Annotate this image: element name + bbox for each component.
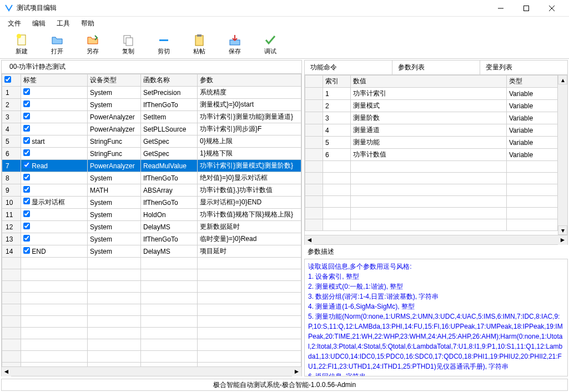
cell-check[interactable]: Read	[21, 160, 88, 172]
cell-check[interactable]	[21, 209, 88, 221]
table-row[interactable]	[2, 269, 301, 281]
cell-check[interactable]	[21, 87, 88, 99]
table-row[interactable]	[2, 281, 301, 293]
cell-check[interactable]: END	[21, 245, 88, 258]
tool-cut[interactable]: 剪切	[147, 31, 181, 58]
cell-check[interactable]	[21, 233, 88, 245]
left-grid-wrap[interactable]: 标签 设备类型 函数名称 参数 1SystemSetPrecision系统精度2…	[2, 74, 301, 366]
minimize-button[interactable]	[488, 0, 513, 17]
table-row[interactable]: 1SystemSetPrecision系统精度	[2, 87, 301, 99]
cell-check[interactable]	[21, 363, 88, 367]
tool-saveas[interactable]: 另存	[75, 31, 110, 58]
table-row[interactable]	[2, 339, 301, 351]
tab-param-list[interactable]: 参数列表	[392, 61, 480, 74]
table-row[interactable]: 14 ENDSystemDelayMS项目延时	[2, 245, 301, 258]
table-row[interactable]: 13SystemIfThenGoTo临时变量}=}0}Read	[2, 233, 301, 245]
table-row[interactable]: 1功率计索引Variable	[305, 88, 558, 100]
table-row[interactable]: 5 startStringFuncGetSpec0}规格上限	[2, 135, 301, 148]
rcol-blank[interactable]	[305, 76, 323, 88]
row-checkbox[interactable]	[23, 137, 30, 144]
row-checkbox[interactable]	[23, 247, 30, 254]
table-row[interactable]	[305, 161, 558, 173]
row-checkbox[interactable]	[23, 113, 30, 119]
table-row[interactable]	[2, 304, 301, 316]
tool-save[interactable]: 保存	[218, 31, 252, 58]
cell-check[interactable]	[21, 304, 88, 316]
tab-var-list[interactable]: 变量列表	[480, 61, 567, 74]
cell-check[interactable]	[21, 316, 88, 328]
close-button[interactable]	[539, 0, 565, 17]
scroll-up-icon[interactable]: ▴	[558, 75, 567, 84]
table-row[interactable]	[305, 208, 558, 219]
cell-check[interactable]	[21, 172, 88, 184]
row-checkbox[interactable]	[23, 210, 30, 217]
right-grid-wrap[interactable]: 索引 数值 类型 1功率计索引Variable2测量模式Variable3测量阶…	[304, 74, 568, 235]
table-row[interactable]: 10 显示对话框SystemIfThenGoTo显示对话框}=}0}END	[2, 197, 301, 209]
scroll-right-icon[interactable]: ►	[292, 367, 301, 376]
table-row[interactable]: 3测量阶数Variable	[305, 112, 558, 124]
col-param[interactable]: 参数	[198, 74, 301, 87]
row-checkbox[interactable]	[23, 125, 30, 132]
row-checkbox[interactable]	[23, 88, 30, 95]
rcol-type[interactable]: 类型	[507, 76, 558, 88]
maximize-button[interactable]	[513, 0, 539, 17]
cell-check[interactable]: 显示对话框	[21, 197, 88, 209]
scroll-left-icon[interactable]: ◄	[305, 235, 314, 245]
row-checkbox[interactable]	[23, 149, 30, 156]
cell-check[interactable]	[21, 281, 88, 293]
table-row[interactable]: 6StringFuncGetSpec1}规格下限	[2, 148, 301, 160]
left-tab[interactable]: 00-功率计静态测试	[5, 61, 70, 73]
table-row[interactable]: 8SystemIfThenGoTo绝对值}=}0}显示对话框	[2, 172, 301, 184]
tool-debug[interactable]: 调试	[253, 31, 288, 58]
cell-check[interactable]	[21, 269, 88, 281]
right-vscroll[interactable]: ▴ ▾	[558, 75, 567, 235]
table-row[interactable]	[2, 293, 301, 304]
tab-func-cmd[interactable]: 功能命令	[305, 61, 392, 74]
rcol-index[interactable]: 索引	[323, 76, 351, 88]
table-row[interactable]: 6功率计数值Variable	[305, 149, 558, 161]
cell-check[interactable]	[21, 184, 88, 197]
cell-check[interactable]	[21, 293, 88, 304]
cell-check[interactable]	[21, 339, 88, 351]
col-label[interactable]: 标签	[21, 74, 88, 87]
scroll-down-icon[interactable]: ▾	[558, 225, 567, 235]
param-desc-text[interactable]: 读取返回信息,多个参数用逗号风格: 1. 设备索引, 整型 2. 测量模式(0:…	[304, 259, 568, 376]
cell-check[interactable]	[21, 111, 88, 123]
table-row[interactable]	[2, 351, 301, 363]
row-checkbox[interactable]	[23, 100, 30, 107]
row-checkbox[interactable]	[23, 198, 30, 204]
cell-check[interactable]	[21, 328, 88, 339]
row-checkbox[interactable]	[23, 223, 30, 229]
cell-check[interactable]	[21, 258, 88, 269]
col-check[interactable]	[2, 74, 21, 87]
table-row[interactable]	[2, 363, 301, 367]
table-row[interactable]: 12SystemDelayMS更新数据延时	[2, 221, 301, 233]
table-row[interactable]: 5测量功能Variable	[305, 137, 558, 149]
table-row[interactable]	[2, 316, 301, 328]
menu-tools[interactable]: 工具	[51, 18, 75, 29]
table-row[interactable]: 2SystemIfThenGoTo测量模式}=}0}start	[2, 99, 301, 111]
cell-check[interactable]	[21, 351, 88, 363]
menu-edit[interactable]: 编辑	[27, 18, 51, 29]
col-func[interactable]: 函数名称	[141, 74, 198, 87]
table-row[interactable]	[305, 184, 558, 196]
check-all[interactable]	[4, 76, 11, 83]
table-row[interactable]: 2测量模式Variable	[305, 100, 558, 112]
table-row[interactable]	[305, 196, 558, 208]
tool-new[interactable]: 新建	[4, 31, 39, 58]
right-hscroll[interactable]: ◄ ►	[304, 235, 568, 245]
row-checkbox[interactable]	[23, 162, 30, 168]
row-checkbox[interactable]	[23, 235, 30, 242]
tool-open[interactable]: 打开	[40, 31, 74, 58]
table-row[interactable]	[2, 258, 301, 269]
cell-check[interactable]	[21, 123, 88, 135]
table-row[interactable]: 9MATHABSArray功率计数值},}功率计数值	[2, 184, 301, 197]
menu-file[interactable]: 文件	[2, 18, 27, 29]
table-row[interactable]: 11SystemHoldOn功率计数值}规格下限}规格上限}	[2, 209, 301, 221]
left-hscroll[interactable]: ◄ ►	[2, 366, 301, 376]
cell-check[interactable]: start	[21, 135, 88, 148]
table-row[interactable]	[305, 173, 558, 184]
table-row[interactable]: 4测量通道Variable	[305, 124, 558, 137]
tool-paste[interactable]: 粘帖	[182, 31, 216, 58]
cell-check[interactable]	[21, 99, 88, 111]
